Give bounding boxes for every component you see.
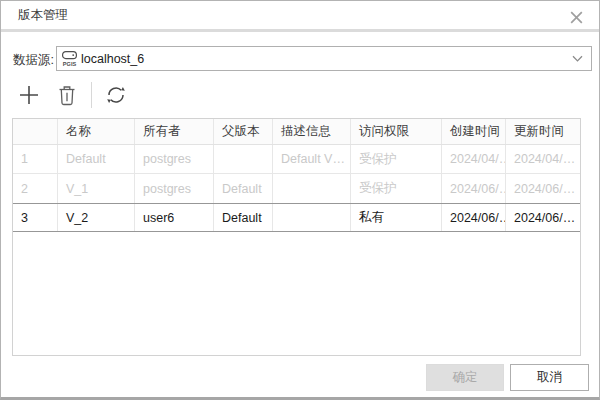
- refresh-icon: [105, 84, 127, 106]
- cell-owner: user6: [135, 204, 214, 231]
- cell-access: 受保护: [351, 145, 442, 173]
- datasource-select[interactable]: PGIS localhost_6: [56, 46, 592, 71]
- cell-index: 2: [13, 174, 58, 203]
- cell-parent: Default: [214, 174, 273, 203]
- table-row-3-active[interactable]: 3 V_2 user6 Default 私有 2024/06/… 2024/06…: [13, 203, 580, 232]
- plus-icon: [18, 84, 40, 106]
- cell-created: 2024/06/…: [442, 174, 506, 203]
- close-button[interactable]: [565, 7, 587, 27]
- header-cell-parent: 父版本: [214, 119, 273, 144]
- cell-updated: 2024/04/…: [506, 145, 580, 173]
- cell-description: [273, 204, 351, 231]
- cancel-button[interactable]: 取消: [510, 364, 589, 391]
- datasource-value: localhost_6: [81, 52, 572, 66]
- header-cell-updated: 更新时间: [506, 119, 580, 144]
- versions-table: 名称 所有者 父版本 描述信息 访问权限 创建时间 更新时间 1 Default…: [12, 118, 581, 356]
- add-version-button[interactable]: [13, 80, 45, 110]
- cell-name: V_1: [58, 174, 135, 203]
- header-cell-name: 名称: [58, 119, 135, 144]
- cell-owner: postgres: [135, 174, 214, 203]
- ok-button[interactable]: 确定: [426, 364, 504, 391]
- dialog-titlebar: 版本管理: [1, 1, 599, 32]
- chevron-down-icon: [572, 55, 583, 63]
- dialog-title: 版本管理: [18, 7, 68, 24]
- pgis-datasource-icon: PGIS: [61, 50, 78, 68]
- cell-owner: postgres: [135, 145, 214, 173]
- table-row-1[interactable]: 1 Default postgres Default V… 受保护 2024/0…: [13, 145, 580, 174]
- datasource-label: 数据源:: [13, 52, 54, 69]
- header-cell-owner: 所有者: [135, 119, 214, 144]
- close-icon: [569, 10, 584, 25]
- cell-parent: [214, 145, 273, 173]
- header-cell-description: 描述信息: [273, 119, 351, 144]
- cell-index: 3: [13, 204, 58, 231]
- cell-updated: 2024/06/…: [506, 204, 580, 231]
- cell-index: 1: [13, 145, 58, 173]
- toolbar: [13, 79, 138, 111]
- cell-name: V_2: [58, 204, 135, 231]
- cell-created: 2024/06/…: [442, 204, 506, 231]
- refresh-button[interactable]: [100, 80, 132, 110]
- header-cell-access: 访问权限: [351, 119, 442, 144]
- cell-access: 私有: [351, 204, 442, 231]
- trash-icon: [57, 84, 77, 106]
- cell-updated: 2024/06/…: [506, 174, 580, 203]
- version-management-dialog: 版本管理 数据源: PGIS localhost_6: [0, 0, 600, 400]
- header-cell-index: [13, 119, 58, 144]
- table-header-row: 名称 所有者 父版本 描述信息 访问权限 创建时间 更新时间: [13, 119, 580, 145]
- header-cell-created: 创建时间: [442, 119, 506, 144]
- delete-version-button[interactable]: [51, 80, 83, 110]
- svg-text:PGIS: PGIS: [63, 61, 77, 67]
- cell-access: 受保护: [351, 174, 442, 203]
- cell-created: 2024/04/…: [442, 145, 506, 173]
- toolbar-separator: [91, 82, 92, 108]
- cell-parent: Default: [214, 204, 273, 231]
- cell-description: [273, 174, 351, 203]
- cell-description: Default V…: [273, 145, 351, 173]
- cell-name: Default: [58, 145, 135, 173]
- table-row-2[interactable]: 2 V_1 postgres Default 受保护 2024/06/… 202…: [13, 174, 580, 203]
